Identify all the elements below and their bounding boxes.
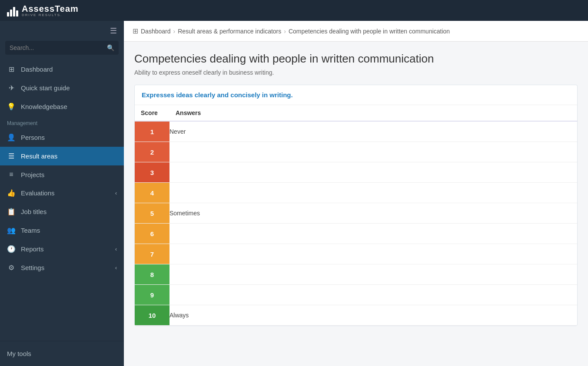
sidebar-item-reports[interactable]: 🕐 Reports ‹ (0, 240, 124, 258)
score-badge-10: 10 (135, 305, 169, 325)
score-cell-10: 10 (135, 305, 169, 326)
search-icon: 🔍 (107, 44, 114, 51)
score-cell-1: 1 (135, 121, 169, 142)
score-cell-9: 9 (135, 285, 169, 305)
result-areas-icon: ☰ (7, 152, 16, 160)
breadcrumb-dashboard-link[interactable]: Dashboard (141, 28, 171, 35)
table-row: 9 (135, 285, 577, 305)
breadcrumb-sep-2: › (284, 28, 286, 35)
reports-icon: 🕐 (7, 245, 16, 253)
quick-start-icon: ✈ (7, 84, 16, 92)
sidebar-item-dashboard[interactable]: ⊞ Dashboard (0, 60, 124, 79)
breadcrumb-sep-1: › (173, 28, 176, 35)
breadcrumb-current: Competencies dealing with people in writ… (289, 28, 450, 35)
content-area: ⊞ Dashboard › Result areas & performance… (124, 21, 588, 366)
sidebar-item-knowledgebase[interactable]: 💡 Knowledgebase (0, 97, 124, 116)
evaluations-chevron-icon: ‹ (115, 190, 117, 196)
sidebar-item-projects[interactable]: ≡ Projects (0, 165, 124, 184)
sidebar-bottom: My tools (0, 341, 124, 366)
sidebar-item-result-areas-label: Result areas (21, 152, 57, 160)
answer-cell-8 (169, 264, 577, 285)
sidebar-item-settings-label: Settings (21, 264, 44, 271)
logo-area[interactable]: AssessTeam DRIVE RESULTS. (7, 4, 79, 17)
score-badge-6: 6 (135, 224, 169, 244)
logo-text: AssessTeam (22, 4, 79, 13)
score-badge-5: 5 (135, 203, 169, 223)
persons-icon: 👤 (7, 133, 16, 142)
hamburger-icon[interactable]: ☰ (110, 26, 117, 36)
answer-cell-10: Always (169, 305, 577, 326)
breadcrumb-result-areas-link[interactable]: Result areas & performance indicators (178, 28, 281, 35)
score-cell-2: 2 (135, 142, 169, 162)
management-section-label: Management (0, 116, 124, 128)
answer-cell-6 (169, 224, 577, 244)
answer-cell-3 (169, 162, 577, 183)
reports-chevron-icon: ‹ (115, 246, 117, 252)
table-row: 2 (135, 142, 577, 162)
table-row: 7 (135, 244, 577, 264)
sidebar-item-persons[interactable]: 👤 Persons (0, 128, 124, 147)
score-table-body: 1 Never 2 3 4 5 Sometimes 6 (135, 121, 577, 326)
sidebar-item-quick-start-guide[interactable]: ✈ Quick start guide (0, 79, 124, 97)
sidebar-item-job-titles-label: Job titles (21, 208, 47, 215)
job-titles-icon: 📋 (7, 208, 16, 216)
teams-icon: 👥 (7, 226, 16, 234)
search-box[interactable]: 🔍 (5, 41, 119, 55)
table-row: 8 (135, 264, 577, 285)
logo-tagline: DRIVE RESULTS. (22, 13, 79, 17)
score-badge-8: 8 (135, 264, 169, 284)
table-row: 3 (135, 162, 577, 183)
sidebar-item-reports-label: Reports (21, 245, 44, 253)
page-content: Competencies dealing with people in writ… (124, 42, 588, 366)
breadcrumb-grid-icon: ⊞ (133, 27, 138, 35)
sidebar-item-teams[interactable]: 👥 Teams (0, 221, 124, 240)
score-cell-3: 3 (135, 162, 169, 183)
score-cell-5: 5 (135, 203, 169, 224)
topbar: AssessTeam DRIVE RESULTS. (0, 0, 588, 21)
main-layout: ☰ 🔍 ⊞ Dashboard ✈ Quick start guide 💡 Kn… (0, 21, 588, 366)
sidebar-item-evaluations[interactable]: 👍 Evaluations ‹ (0, 184, 124, 202)
score-card: Expresses ideas clearly and concisely in… (134, 85, 578, 326)
dashboard-icon: ⊞ (7, 65, 16, 73)
answer-cell-7 (169, 244, 577, 264)
my-tools-label[interactable]: My tools (0, 345, 124, 363)
score-cell-7: 7 (135, 244, 169, 264)
sidebar-item-settings[interactable]: ⚙ Settings ‹ (0, 258, 124, 277)
sidebar-item-quick-start-label: Quick start guide (21, 84, 70, 92)
page-subtitle: Ability to express oneself clearly in bu… (134, 69, 578, 76)
score-badge-2: 2 (135, 142, 169, 162)
score-badge-9: 9 (135, 285, 169, 305)
col-answers: Answers (169, 105, 577, 121)
score-badge-4: 4 (135, 183, 169, 203)
table-row: 6 (135, 224, 577, 244)
sidebar-item-dashboard-label: Dashboard (21, 66, 53, 73)
answer-cell-9 (169, 285, 577, 305)
sidebar-item-result-areas[interactable]: ☰ Result areas (0, 147, 124, 165)
score-badge-3: 3 (135, 162, 169, 182)
score-badge-7: 7 (135, 244, 169, 264)
sidebar-item-knowledgebase-label: Knowledgebase (21, 103, 67, 110)
page-title: Competencies dealing with people in writ… (134, 52, 578, 66)
score-table: Score Answers 1 Never 2 3 (135, 105, 577, 326)
knowledgebase-icon: 💡 (7, 102, 16, 111)
sidebar-menu-toggle[interactable]: ☰ (0, 21, 124, 41)
card-section-title: Expresses ideas clearly and concisely in… (135, 85, 577, 105)
sidebar-item-job-titles[interactable]: 📋 Job titles (0, 202, 124, 221)
col-score: Score (135, 105, 169, 121)
settings-icon: ⚙ (7, 264, 16, 272)
answer-cell-5: Sometimes (169, 203, 577, 224)
table-row: 5 Sometimes (135, 203, 577, 224)
settings-chevron-icon: ‹ (115, 265, 117, 271)
evaluations-icon: 👍 (7, 189, 16, 197)
table-row: 1 Never (135, 121, 577, 142)
score-badge-1: 1 (135, 122, 169, 142)
sidebar-item-projects-label: Projects (21, 171, 44, 178)
sidebar: ☰ 🔍 ⊞ Dashboard ✈ Quick start guide 💡 Kn… (0, 21, 124, 366)
table-row: 4 (135, 183, 577, 203)
projects-icon: ≡ (7, 171, 16, 178)
sidebar-item-evaluations-label: Evaluations (21, 189, 55, 197)
sidebar-item-teams-label: Teams (21, 227, 40, 234)
search-input[interactable] (10, 44, 103, 51)
sidebar-item-persons-label: Persons (21, 134, 45, 141)
score-cell-6: 6 (135, 224, 169, 244)
